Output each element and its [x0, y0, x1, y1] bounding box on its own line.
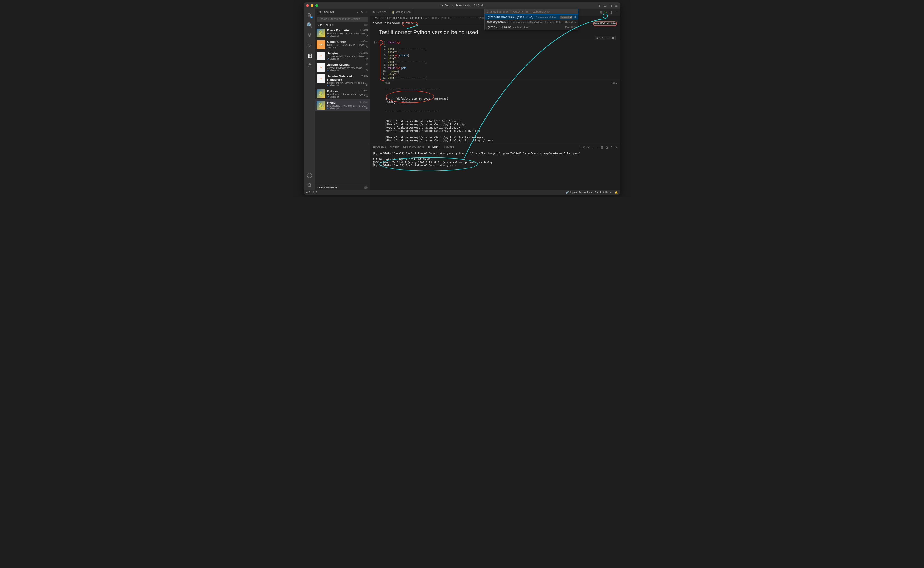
minimize-icon[interactable] — [311, 4, 314, 7]
maximize-icon[interactable] — [315, 4, 318, 7]
run-cell-button[interactable]: ▷ — [374, 41, 377, 44]
extension-icon: .run — [317, 40, 326, 49]
code-line: 5print(sys.version) — [381, 54, 620, 57]
kernel-option[interactable]: base (Python 3.9.7) ~/opt/anaconda3/bin/… — [485, 20, 578, 24]
gear-icon[interactable]: ⚙ — [366, 95, 368, 98]
new-terminal-icon[interactable]: + — [592, 146, 594, 149]
installed-section[interactable]: ⌄ INSTALLED 7 — [315, 23, 370, 27]
extension-time: ⟳ — [366, 63, 368, 66]
kernel-option[interactable]: Python 2.7.16 64-bit /usr/bin/python Glo… — [485, 24, 578, 30]
code-line: 9for i in sys.path: — [381, 66, 620, 69]
run-debug-icon[interactable]: ▷ — [304, 41, 315, 50]
window-title: my_first_notebook.ipynb — 03 Code — [440, 4, 484, 7]
filter-icon[interactable]: ⏷ — [356, 11, 359, 14]
diff-icon[interactable]: ⎘ — [600, 10, 603, 14]
jupyter-server-status[interactable]: 🔗 Jupyter Server: local — [565, 191, 592, 194]
extension-item[interactable]: 🐍 Pylance A performant, feature-rich lan… — [315, 88, 370, 100]
tab-terminal[interactable]: TERMINAL — [428, 146, 440, 149]
braces-icon: {} — [392, 11, 394, 14]
gear-icon[interactable]: ⚙ — [366, 83, 368, 87]
source-control-icon[interactable]: ⑂ — [304, 31, 315, 40]
tab-settings[interactable]: ⚙Settings — [370, 9, 389, 15]
accounts-icon[interactable]: ◯ — [304, 171, 315, 180]
layout-left-icon[interactable]: ◧ — [598, 3, 602, 8]
more-icon[interactable]: ⋯ — [365, 11, 367, 14]
gear-icon[interactable]: ⚙ — [366, 68, 368, 72]
extension-time: ⟳ 126ms — [359, 51, 368, 54]
tab-problems[interactable]: PROBLEMS — [372, 146, 386, 149]
code-line: 1import sys — [381, 41, 620, 44]
more-icon[interactable]: ⋯ — [614, 10, 618, 14]
explorer-icon[interactable]: 🗎1 — [304, 11, 315, 20]
split-cell-icon[interactable]: ⊟ — [605, 36, 607, 39]
tab-settings-json[interactable]: {}settings.json — [389, 9, 414, 15]
testing-icon[interactable]: ⚗ — [304, 61, 315, 70]
extension-item[interactable]: ✦ Jupyter Keymap Jupyter keymaps for not… — [315, 62, 370, 73]
gear-icon[interactable]: ⚙ — [574, 15, 576, 18]
extension-icon: 🐍 — [317, 101, 326, 110]
run-all-button[interactable]: ▷ Run All — [402, 21, 414, 24]
extension-item[interactable]: 🐍 Python IntelliSense (Pylance), Linting… — [315, 100, 370, 111]
notifications-icon[interactable]: 🔔 — [615, 191, 618, 194]
extension-desc: Formatting support for python files usin… — [327, 32, 368, 35]
tab-output[interactable]: OUTPUT — [390, 146, 399, 149]
extension-item[interactable]: ✦ Jupyter Notebook Renderers Renderers f… — [315, 73, 370, 88]
recommended-section[interactable]: › RECOMMENDED 3 — [315, 185, 370, 190]
extension-icon: ✦ — [317, 51, 326, 60]
split-editor-icon[interactable]: ▥ — [609, 10, 613, 14]
layout-bottom-icon[interactable]: ⬓ — [603, 3, 607, 8]
customize-layout-icon[interactable]: ▦ — [614, 3, 618, 8]
tab-debug-console[interactable]: DEBUG CONSOLE — [403, 146, 424, 149]
search-input[interactable] — [317, 17, 368, 21]
cell-position[interactable]: Cell 2 of 18 — [595, 191, 607, 194]
split-terminal-icon[interactable]: ▥ — [601, 146, 603, 149]
extension-icon: ✦ — [317, 74, 326, 83]
terminal-output[interactable]: (Python310InclCoreDS) MacBook-Pro:03 Cod… — [370, 151, 620, 190]
search-icon[interactable]: 🔍 — [304, 21, 315, 30]
gear-icon[interactable]: ⚙ — [366, 34, 368, 37]
extension-item[interactable]: 🐍 Black Formatter Formatting support for… — [315, 27, 370, 39]
notebook-body: Test if correct Python version being use… — [370, 26, 620, 144]
extensions-icon[interactable]: ▦ — [304, 51, 315, 60]
code-editor[interactable]: 1import sys23print("--------------------… — [381, 40, 620, 80]
gear-icon[interactable]: ⚙ — [366, 45, 368, 49]
tab-jupyter[interactable]: JUPYTER — [443, 146, 454, 149]
gear-icon[interactable]: ⚙ — [366, 57, 368, 60]
gear-icon[interactable]: ⚙ — [366, 106, 368, 110]
extension-desc: Run C, C++, Java, JS, PHP, Python, Perl,… — [327, 44, 368, 46]
feedback-icon[interactable]: ☺ — [610, 191, 612, 194]
cell-toolbar: ≡ ▷ ▷̲ ⊟ ⋯ 🗑 — [595, 36, 615, 40]
sidebar-title: EXTENSIONS — [318, 11, 334, 14]
warnings-status[interactable]: ⚠ 0 — [313, 191, 317, 194]
execute-above-icon[interactable]: ▷ — [599, 36, 601, 39]
close-icon[interactable] — [306, 4, 309, 7]
refresh-icon[interactable]: ↻ — [361, 11, 363, 14]
layout-right-icon[interactable]: ◨ — [609, 3, 613, 8]
run-by-line-icon[interactable]: ≡ — [596, 36, 598, 39]
errors-status[interactable]: ⊘ 0 — [306, 191, 310, 194]
extension-publisher: ✔Microsoft — [327, 107, 368, 110]
editor-area: ⚙Settings {}settings.json ⎘ ▷ ▥ ⋯ Python… — [370, 9, 620, 190]
delete-cell-icon[interactable]: 🗑 — [612, 36, 614, 39]
kernel-search-input[interactable] — [485, 9, 578, 14]
close-panel-icon[interactable]: ✕ — [615, 146, 617, 149]
chevron-down-icon[interactable]: ⌄ — [596, 146, 598, 149]
execute-below-icon[interactable]: ▷̲ — [602, 36, 604, 39]
extension-item[interactable]: ✦ Jupyter Jupyter notebook support, inte… — [315, 50, 370, 62]
settings-gear-icon[interactable]: ⚙ — [304, 181, 315, 190]
extension-time: ⟳ 43ms — [360, 40, 368, 42]
run-icon[interactable]: ▷ — [604, 10, 607, 14]
extension-item[interactable]: .run Code Runner Run C, C++, Java, JS, P… — [315, 39, 370, 50]
maximize-panel-icon[interactable]: ⌃ — [610, 146, 613, 149]
add-markdown-button[interactable]: + Markdown — [384, 21, 399, 24]
kernel-option[interactable]: Python310InclCoreDS (Python 3.10.4) ~/op… — [485, 14, 578, 20]
extension-publisher: ✔Microsoft — [327, 84, 368, 87]
more-icon[interactable]: ⋯ — [608, 36, 611, 39]
extension-icon: ✦ — [317, 63, 326, 72]
extension-time: ⟳ 11ms — [360, 29, 368, 31]
terminal-profile[interactable]: ▷ Code — [580, 146, 590, 149]
kernel-selector[interactable]: ⬚ base (Python 3.9.7) — [590, 21, 617, 24]
add-code-button[interactable]: + Code — [372, 21, 382, 24]
chevron-right-icon: › — [317, 186, 318, 189]
trash-icon[interactable]: 🗑 — [606, 146, 608, 149]
